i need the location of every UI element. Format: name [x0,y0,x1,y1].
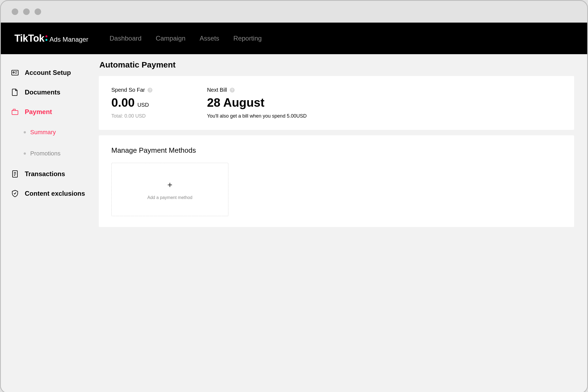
sidebar-item-payment[interactable]: Payment [11,102,99,122]
brand-logo[interactable]: TikTok Ads Manager [14,33,88,44]
document-icon [11,88,19,96]
payment-methods-card: Manage Payment Methods ＋ Add a payment m… [99,135,574,227]
help-icon[interactable]: ? [230,88,235,93]
shield-icon [11,190,19,197]
payment-methods-title: Manage Payment Methods [111,146,562,155]
sidebar-item-label: Payment [25,108,52,116]
sidebar: Account Setup Documents Payment Summary [1,54,99,392]
sidebar-subitem-promotions[interactable]: Promotions [24,143,99,164]
sidebar-item-transactions[interactable]: Transactions [11,164,99,184]
sidebar-subitems-payment: Summary Promotions [11,122,99,164]
page-title: Automatic Payment [99,60,574,69]
nav-assets[interactable]: Assets [200,35,219,42]
spend-currency: USD [137,102,149,108]
plus-icon: ＋ [166,179,174,190]
sidebar-item-label: Transactions [25,170,65,178]
sidebar-item-label: Documents [25,88,60,96]
top-nav: Dashboard Campaign Assets Reporting [109,35,262,42]
id-card-icon [11,69,19,76]
sidebar-subitem-label: Promotions [30,150,60,157]
nav-dashboard[interactable]: Dashboard [109,35,141,42]
billing-summary-card: Spend So Far ? 0.00 USD Total: 0.00 USD … [99,76,574,130]
sidebar-subitem-summary[interactable]: Summary [24,122,99,143]
next-bill-label: Next Bill [207,87,227,93]
next-bill-date: 28 August [207,96,264,109]
sidebar-item-content-exclusions[interactable]: Content exclusions [11,184,99,203]
wallet-icon [11,108,19,116]
sidebar-item-label: Content exclusions [25,190,85,197]
tiktok-colon-icon [45,35,47,41]
app-window: TikTok Ads Manager Dashboard Campaign As… [0,0,588,392]
receipt-icon [11,170,19,178]
spend-label: Spend So Far [111,87,145,93]
app-body: Account Setup Documents Payment Summary [1,54,587,392]
sidebar-item-account-setup[interactable]: Account Setup [11,63,99,82]
next-bill-block: Next Bill ? 28 August You'll also get a … [207,87,307,119]
main-content: Automatic Payment Spend So Far ? 0.00 US… [99,54,587,392]
spend-total: Total: 0.00 USD [111,113,152,119]
tiktok-wordmark: TikTok [14,33,47,44]
svg-rect-0 [12,70,18,75]
sidebar-item-label: Account Setup [25,69,71,76]
window-titlebar [1,1,587,23]
spend-so-far-block: Spend So Far ? 0.00 USD Total: 0.00 USD [111,87,152,119]
add-payment-method-button[interactable]: ＋ Add a payment method [111,163,228,216]
nav-reporting[interactable]: Reporting [233,35,262,42]
window-control-dot[interactable] [12,8,18,15]
nav-campaign[interactable]: Campaign [156,35,185,42]
help-icon[interactable]: ? [148,88,152,93]
window-control-dot[interactable] [35,8,41,15]
app-header: TikTok Ads Manager Dashboard Campaign As… [1,23,587,54]
next-bill-note: You'll also get a bill when you spend 5.… [207,113,307,119]
add-payment-method-label: Add a payment method [147,195,192,200]
spend-amount: 0.00 [111,96,135,109]
svg-point-1 [13,72,14,73]
sidebar-item-documents[interactable]: Documents [11,82,99,102]
brand-product: Ads Manager [50,36,88,43]
sidebar-subitem-label: Summary [30,129,56,136]
window-control-dot[interactable] [23,8,30,15]
